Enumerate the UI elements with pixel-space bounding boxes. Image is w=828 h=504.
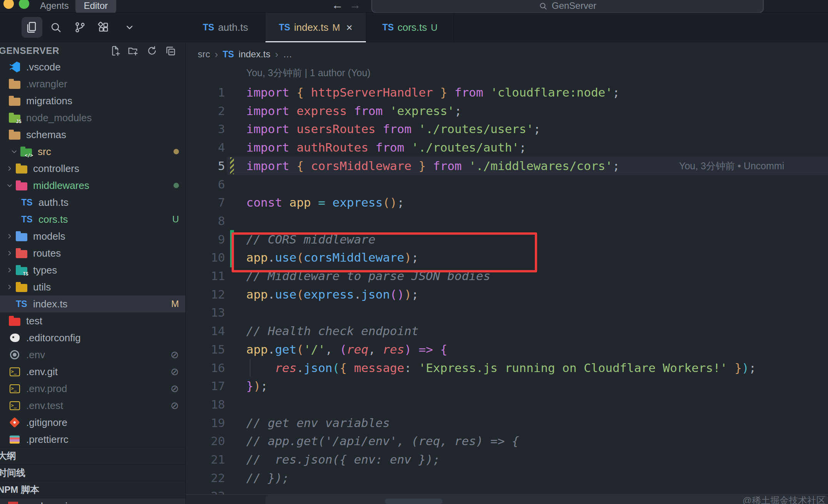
file-label: controllers [33, 163, 79, 175]
file-item-types[interactable]: TStypes [0, 262, 186, 279]
watermark: @稀土掘金技术社区 [743, 494, 826, 504]
file-item-models[interactable]: models [0, 228, 186, 245]
file-item-schemas[interactable]: schemas [0, 126, 186, 143]
code-line-18[interactable]: 18 [186, 395, 828, 414]
code-line-6[interactable]: 6 [186, 175, 828, 194]
bottom-panel-partial: @稀土掘金技术社区 [265, 495, 828, 504]
folder-icon [15, 231, 28, 241]
line-text: const app = express(); [246, 193, 404, 212]
file-item-cors.ts[interactable]: TScors.tsU [0, 211, 186, 228]
file-label: cors.ts [38, 214, 68, 225]
navigate-back-icon[interactable]: ← [332, 0, 343, 11]
extensions-icon[interactable] [96, 19, 112, 35]
file-item-.vscode[interactable]: .vscode [0, 58, 186, 75]
line-number: 7 [186, 193, 225, 212]
file-item-.editorconfig[interactable]: .editorconfig [0, 329, 186, 346]
file-label: .vscode [26, 61, 61, 73]
file-item-routes[interactable]: routes [0, 245, 186, 262]
file-item-.prettierrc[interactable]: .prettierrc [0, 431, 186, 448]
file-item-migrations[interactable]: migrations [0, 92, 186, 109]
folder-icon: JS [8, 113, 21, 123]
code-line-21[interactable]: 21// res.json({ env: env }); [186, 450, 828, 469]
code-line-12[interactable]: 12app.use(express.json()); [186, 285, 828, 304]
line-number: 3 [186, 120, 225, 138]
new-folder-icon[interactable] [126, 44, 140, 58]
file-item-.env.test[interactable]: >_.env.test⊘ [0, 397, 186, 414]
line-number: 16 [186, 359, 225, 377]
chevron-down-icon[interactable] [121, 19, 137, 35]
chevron-right-icon [4, 165, 15, 172]
tab-index.ts[interactable]: TSindex.tsM× [265, 13, 366, 42]
code-line-19[interactable]: 19// get env variables [186, 414, 828, 432]
panel-npm-scripts[interactable]: NPM 脚本 [0, 481, 186, 498]
gitignored-icon: ⊘ [170, 349, 179, 360]
command-center-search[interactable]: GenServer [371, 0, 764, 13]
file-item-controllers[interactable]: controllers [0, 160, 186, 177]
bottom-panel-button[interactable] [385, 499, 442, 504]
code-line-22[interactable]: 22// }); [186, 469, 828, 487]
code-line-20[interactable]: 20// app.get('/api/env', (req, res) => { [186, 432, 828, 450]
code-line-2[interactable]: 2import express from 'express'; [186, 102, 828, 120]
code-line-4[interactable]: 4import authRoutes from './routes/auth'; [186, 138, 828, 157]
refresh-icon[interactable] [145, 44, 159, 58]
minimize-traffic-light[interactable] [3, 0, 14, 9]
code-line-1[interactable]: 1import { httpServerHandler } from 'clou… [186, 83, 828, 102]
code-line-8[interactable]: 8 [186, 212, 828, 230]
breadcrumb: src › TS index.ts › … [198, 48, 292, 60]
gitignored-icon: ⊘ [170, 383, 179, 394]
breadcrumb-file[interactable]: index.ts [239, 49, 270, 60]
code-line-13[interactable]: 13 [186, 303, 828, 322]
file-item-auth.ts[interactable]: TSauth.ts [0, 194, 186, 211]
breadcrumb-symbol[interactable]: … [283, 49, 292, 60]
ts-file-icon: TS [382, 22, 394, 33]
file-label: models [33, 230, 65, 242]
file-item-.env.git[interactable]: >_.env.git⊘ [0, 363, 186, 380]
file-item-src[interactable]: </>src [0, 143, 186, 160]
code-line-17[interactable]: 17}); [186, 377, 828, 395]
search-icon[interactable] [48, 19, 64, 35]
file-item-node_modules[interactable]: JSnode_modules [0, 109, 186, 126]
file-item-test[interactable]: test [0, 312, 186, 329]
file-item-index.ts[interactable]: TSindex.tsM [0, 295, 186, 312]
agents-menu[interactable]: Agents [40, 0, 69, 13]
new-file-icon[interactable] [109, 44, 122, 58]
explorer-icon[interactable] [23, 19, 40, 35]
explorer-sidebar: GENSERVER .vscode.wranglermigrationsJSno… [0, 42, 186, 504]
folder-icon [8, 79, 21, 89]
code-line-15[interactable]: 15app.get('/', (req, res) => { [186, 340, 828, 359]
code-line-23[interactable]: 23 [186, 487, 828, 495]
code-line-3[interactable]: 3import usersRoutes from './routes/users… [186, 120, 828, 138]
code-line-16[interactable]: 16 res.json({ message: 'Express.js runni… [186, 359, 828, 377]
code-editor[interactable]: src › TS index.ts › … You, 3分钟前 | 1 auth… [186, 42, 828, 495]
bottom-divider [186, 494, 828, 495]
close-icon[interactable]: × [346, 22, 352, 34]
line-number: 10 [186, 248, 225, 267]
code-line-14[interactable]: 14// Health check endpoint [186, 322, 828, 340]
zoom-traffic-light[interactable] [19, 0, 29, 9]
git-status-badge: M [332, 22, 340, 33]
line-number: 8 [186, 212, 225, 230]
navigate-forward-icon[interactable]: → [349, 0, 361, 11]
file-item-.env.prod[interactable]: >_.env.prod⊘ [0, 380, 186, 397]
code-line-7[interactable]: 7const app = express(); [186, 193, 828, 212]
tab-auth.ts[interactable]: TSauth.ts [186, 13, 265, 42]
source-control-icon[interactable] [72, 19, 88, 35]
file-item-.wrangler[interactable]: .wrangler [0, 75, 186, 92]
folder-icon [15, 282, 28, 292]
line-number: 20 [186, 432, 225, 450]
file-item-middlewares[interactable]: middlewares [0, 177, 186, 194]
line-number: 6 [186, 175, 225, 194]
tab-cors.ts[interactable]: TScors.tsU [366, 13, 454, 42]
ts-icon: TS [21, 214, 33, 225]
panel-timeline[interactable]: 时间线 [0, 464, 186, 481]
editor-mode-button[interactable]: Editor [75, 0, 116, 14]
breadcrumb-folder[interactable]: src [198, 49, 210, 60]
line-number: 12 [186, 285, 225, 304]
file-item-.gitignore[interactable]: .gitignore [0, 414, 186, 431]
file-item-utils[interactable]: utils [0, 279, 186, 295]
panel-outline[interactable]: 大纲 [0, 447, 186, 464]
prettier-icon [8, 436, 21, 444]
collapse-all-icon[interactable] [164, 44, 177, 58]
file-item-.env[interactable]: .env⊘ [0, 346, 186, 363]
npm-package-json-row[interactable]: n package.json [0, 498, 186, 504]
